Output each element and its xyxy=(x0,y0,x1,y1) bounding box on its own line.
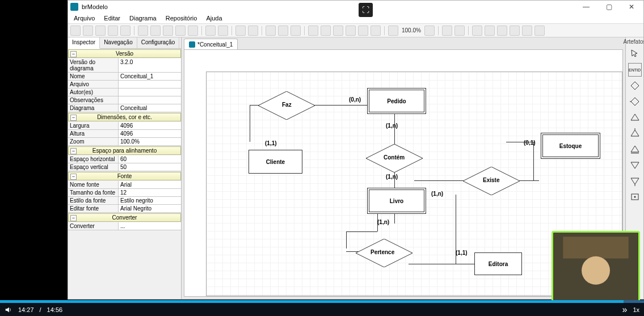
tool-align-bottom-icon[interactable] xyxy=(358,26,368,36)
tab-inspector[interactable]: Inspector xyxy=(68,37,100,49)
menu-diagrama[interactable]: Diagrama xyxy=(127,14,159,22)
video-controls: 14:27 / 14:56 » 1x xyxy=(0,303,644,316)
app-title: brModelo xyxy=(82,3,108,10)
volume-icon[interactable] xyxy=(5,306,12,314)
maximize-button[interactable]: ▢ xyxy=(599,1,618,13)
rel-existe-label: Existe xyxy=(483,177,499,183)
rel-pertence-label: Pertence xyxy=(371,249,394,255)
section-converter[interactable]: −Converter xyxy=(68,213,181,222)
webcam-pip[interactable] xyxy=(552,231,640,302)
tool-text-icon[interactable] xyxy=(150,26,161,36)
connector[interactable] xyxy=(346,231,377,232)
tool-cut-icon[interactable] xyxy=(266,26,276,36)
doc-tab-conceitual[interactable]: *Conceitual_1 xyxy=(184,39,238,49)
tab-navegacao[interactable]: Navegação xyxy=(100,37,137,48)
section-versao[interactable]: −Versão xyxy=(68,49,181,58)
tab-configuracao[interactable]: Configuração xyxy=(137,37,179,48)
tool-dist-icon[interactable] xyxy=(371,26,381,36)
connector[interactable] xyxy=(346,231,347,248)
svg-marker-5 xyxy=(631,98,639,106)
collapse-icon[interactable]: − xyxy=(70,115,77,121)
tool-layer1-icon[interactable] xyxy=(442,26,452,36)
tool-align-center-icon[interactable] xyxy=(321,26,331,36)
rel-contem-label: Contém xyxy=(384,154,405,161)
pip-toggle-icon[interactable]: ⛶ xyxy=(359,3,373,17)
entity-editora[interactable]: Editora xyxy=(474,252,522,275)
minimize-button[interactable]: — xyxy=(576,1,596,13)
tool-align-right-icon[interactable] xyxy=(333,26,343,36)
tool-zoomin-icon[interactable] xyxy=(424,26,435,36)
toolbar: 100.0% xyxy=(68,24,643,37)
prop-row: Arquivo xyxy=(68,81,181,89)
tool-al4-icon[interactable] xyxy=(510,26,520,36)
tool-select-icon[interactable] xyxy=(138,26,148,36)
tool-spec-down-icon[interactable] xyxy=(628,158,642,172)
tool-al3-icon[interactable] xyxy=(497,26,507,36)
tool-relationship-icon[interactable] xyxy=(628,79,642,92)
tool-layer2-icon[interactable] xyxy=(454,26,465,36)
tool-link-icon[interactable] xyxy=(175,26,186,36)
tool-spec-down-partial-icon[interactable] xyxy=(628,174,642,188)
entity-cliente[interactable]: Cliente xyxy=(249,150,302,174)
tool-save-icon[interactable] xyxy=(95,26,106,36)
card-pertence-editora: (1,1) xyxy=(456,250,468,256)
tool-al1-icon[interactable] xyxy=(472,26,482,36)
connector[interactable] xyxy=(394,212,395,224)
section-espacamento[interactable]: −Espaço para alinhamento xyxy=(68,146,181,155)
tool-bold-icon[interactable] xyxy=(188,26,198,36)
entity-pedido[interactable]: Pedido xyxy=(367,88,426,114)
tool-zoomout-icon[interactable] xyxy=(388,26,398,36)
tool-align-top-icon[interactable] xyxy=(346,26,356,36)
entity-estoque[interactable]: Estoque xyxy=(541,133,600,159)
connector[interactable] xyxy=(409,264,477,264)
tool-undo-icon[interactable] xyxy=(108,26,118,36)
tool-attribute-icon[interactable] xyxy=(628,190,642,204)
section-fonte[interactable]: −Fonte xyxy=(68,172,181,180)
tool-ungroup-icon[interactable] xyxy=(218,26,228,36)
collapse-icon[interactable]: − xyxy=(70,51,77,57)
menu-repositorio[interactable]: Repositório xyxy=(163,14,200,22)
tool-al6-icon[interactable] xyxy=(534,26,545,36)
tool-al5-icon[interactable] xyxy=(522,26,532,36)
tool-doublecopy-icon[interactable] xyxy=(291,26,301,36)
tool-cursor-icon[interactable] xyxy=(628,47,642,61)
tool-align-left-icon[interactable] xyxy=(308,26,318,36)
tool-print-icon[interactable] xyxy=(235,26,246,36)
doc-tab-label: *Conceitual_1 xyxy=(197,41,233,48)
collapse-icon[interactable]: − xyxy=(70,174,77,180)
tool-paste-icon[interactable] xyxy=(248,26,258,36)
playback-speed[interactable]: 1x xyxy=(633,306,639,313)
tool-redo-icon[interactable] xyxy=(120,26,131,36)
tool-group-icon[interactable] xyxy=(205,26,216,36)
tool-al2-icon[interactable] xyxy=(485,26,495,36)
collapse-icon[interactable]: − xyxy=(70,215,77,221)
tool-open-icon[interactable] xyxy=(83,26,93,36)
close-button[interactable]: ✕ xyxy=(622,1,641,13)
prop-row: Versão do diagrama3.2.0 xyxy=(68,58,181,73)
menu-arquivo[interactable]: Arquivo xyxy=(71,14,97,22)
connector[interactable] xyxy=(533,142,534,180)
menu-editar[interactable]: Editar xyxy=(102,14,123,22)
app-icon xyxy=(70,3,78,11)
collapse-icon[interactable]: − xyxy=(70,148,77,154)
tool-copy-icon[interactable] xyxy=(278,26,288,36)
tool-attribute-oval-icon[interactable] xyxy=(628,95,642,108)
tool-spec-up-total-icon[interactable] xyxy=(628,142,642,156)
entity-livro[interactable]: Livro xyxy=(367,188,426,214)
prop-row: Espaço vertical50 xyxy=(68,163,181,171)
card-faz-pedido: (0,n) xyxy=(349,96,361,103)
titlebar: brModelo — ▢ ✕ xyxy=(68,1,643,13)
tool-spec-up-icon[interactable] xyxy=(628,111,642,124)
tool-spec-up-partial-icon[interactable] xyxy=(628,127,642,140)
tool-new-icon[interactable] xyxy=(70,26,81,36)
connector[interactable] xyxy=(250,105,250,142)
zoom-level[interactable]: 100.0% xyxy=(402,27,421,33)
section-dim[interactable]: −Dimensões, cor e etc. xyxy=(68,113,181,121)
menu-ajuda[interactable]: Ajuda xyxy=(204,14,224,22)
tool-entity-icon[interactable]: ENTID xyxy=(628,63,642,77)
prop-row: Autor(es) xyxy=(68,89,181,96)
next-icon[interactable]: » xyxy=(622,305,627,315)
tool-info-icon[interactable] xyxy=(163,26,173,36)
prop-row: Tamanho da fonte12 xyxy=(68,189,181,197)
svg-marker-13 xyxy=(631,178,639,184)
